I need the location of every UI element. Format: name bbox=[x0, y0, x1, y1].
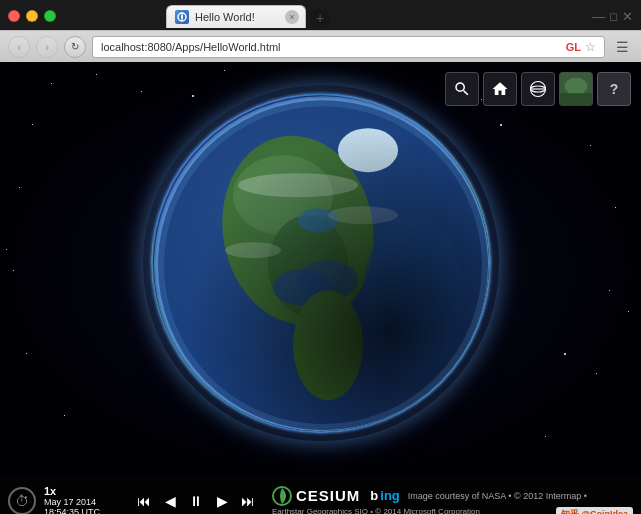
cesium-logo-row: CESIUM b ing Image courtesy of NASA • © … bbox=[272, 486, 587, 506]
help-button[interactable]: ? bbox=[597, 72, 631, 106]
nav-right-controls: ☰ bbox=[611, 36, 633, 58]
menu-button[interactable]: ☰ bbox=[611, 36, 633, 58]
pause-button[interactable]: ⏸ bbox=[184, 489, 208, 513]
clock-icon[interactable]: ⏱ bbox=[8, 487, 36, 514]
tab-title: Hello World! bbox=[195, 11, 255, 23]
svg-point-24 bbox=[565, 78, 588, 95]
back-button[interactable]: ‹ bbox=[8, 36, 30, 58]
tab-bar: Hello World! × + bbox=[66, 5, 592, 28]
step-back-button[interactable]: ⏮ bbox=[132, 489, 156, 513]
cesium-viewer[interactable]: ? bbox=[0, 62, 641, 477]
new-tab-button[interactable]: + bbox=[310, 8, 330, 28]
time-label: 18:54:35 UTC bbox=[44, 507, 100, 514]
viewer-toolbar: ? bbox=[445, 72, 631, 106]
forward-button[interactable]: › bbox=[36, 36, 58, 58]
window-close-icon[interactable]: ✕ bbox=[622, 9, 633, 24]
svg-rect-25 bbox=[560, 93, 592, 106]
title-bar: Hello World! × + — ◻ ✕ bbox=[0, 0, 641, 30]
earth-globe bbox=[151, 93, 491, 433]
url-text: localhost:8080/Apps/HelloWorld.html bbox=[101, 41, 562, 53]
window-minimize-icon[interactable]: — bbox=[592, 9, 605, 24]
speed-label: 1x bbox=[44, 485, 56, 497]
close-button[interactable] bbox=[8, 10, 20, 22]
bottom-bar: ⏱ 1x May 17 2014 18:54:35 UTC ⏮ ◀ ⏸ ▶ ⏭ … bbox=[0, 477, 641, 514]
image-credit: Image courtesy of NASA • © 2012 Intermap… bbox=[408, 491, 587, 501]
globe-surface bbox=[151, 93, 491, 433]
tab-favicon bbox=[175, 10, 189, 24]
window-maximize-icon[interactable]: ◻ bbox=[609, 10, 618, 23]
playback-info: 1x May 17 2014 18:54:35 UTC bbox=[44, 485, 124, 514]
gl-badge: GL bbox=[566, 41, 581, 53]
globe-svg bbox=[153, 95, 491, 433]
bing-rest-text: ing bbox=[380, 488, 400, 503]
traffic-lights bbox=[8, 10, 56, 22]
bottom-main: ⏱ 1x May 17 2014 18:54:35 UTC ⏮ ◀ ⏸ ▶ ⏭ … bbox=[0, 477, 641, 514]
address-bar[interactable]: localhost:8080/Apps/HelloWorld.html GL ☆ bbox=[92, 36, 605, 58]
nav-bar: ‹ › ↻ localhost:8080/Apps/HelloWorld.htm… bbox=[0, 30, 641, 62]
active-tab[interactable]: Hello World! × bbox=[166, 5, 306, 28]
cesium-branding: CESIUM b ing Image courtesy of NASA • © … bbox=[272, 486, 587, 514]
play-reverse-button[interactable]: ◀ bbox=[158, 489, 182, 513]
browser-chrome: Hello World! × + — ◻ ✕ ‹ › ↻ localhost:8… bbox=[0, 0, 641, 62]
bing-logo: b ing bbox=[370, 488, 399, 503]
bookmark-icon[interactable]: ☆ bbox=[585, 40, 596, 54]
tab-close-button[interactable]: × bbox=[285, 10, 299, 24]
refresh-button[interactable]: ↻ bbox=[64, 36, 86, 58]
minimize-button[interactable] bbox=[26, 10, 38, 22]
photo-button[interactable] bbox=[559, 72, 593, 106]
watermark: 知乎 @CoinIdea bbox=[556, 507, 633, 514]
cesium-text: CESIUM bbox=[296, 487, 360, 504]
maximize-button[interactable] bbox=[44, 10, 56, 22]
search-button[interactable] bbox=[445, 72, 479, 106]
step-forward-button[interactable]: ⏭ bbox=[236, 489, 260, 513]
earthstar-credit: Earthstar Geographics SIO • © 2014 Micro… bbox=[272, 507, 480, 514]
date-label: May 17 2014 bbox=[44, 497, 96, 507]
home-button[interactable] bbox=[483, 72, 517, 106]
playback-controls: ⏮ ◀ ⏸ ▶ ⏭ bbox=[132, 489, 260, 513]
play-button[interactable]: ▶ bbox=[210, 489, 234, 513]
layers-button[interactable] bbox=[521, 72, 555, 106]
cesium-logo-icon bbox=[272, 486, 292, 506]
bing-b-letter: b bbox=[370, 488, 378, 503]
